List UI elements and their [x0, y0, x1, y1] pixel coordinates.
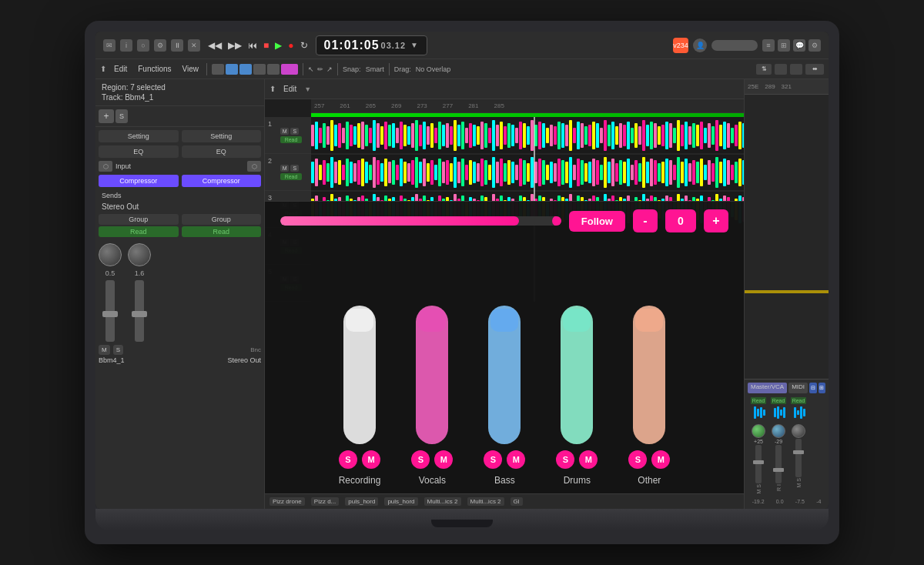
- fader-slider-1[interactable]: [105, 280, 115, 342]
- mini-waveform-1: [752, 405, 765, 423]
- track-1-m[interactable]: M: [280, 128, 290, 135]
- view-mode-icon[interactable]: ⊟: [809, 383, 816, 393]
- cycle-button[interactable]: ↻: [299, 38, 310, 52]
- add-button[interactable]: +: [99, 109, 114, 123]
- s-badge-recording[interactable]: S: [339, 450, 357, 469]
- mini-knob-2[interactable]: [772, 424, 785, 438]
- fader-vocals[interactable]: [416, 306, 448, 444]
- mode-icon-3[interactable]: [239, 64, 252, 75]
- s-button[interactable]: S: [116, 109, 128, 123]
- mini-read-3[interactable]: Read: [791, 397, 807, 404]
- up-arrow-icon[interactable]: ⬆: [270, 85, 276, 93]
- version-badge: v234: [673, 38, 688, 53]
- pan-knob-1[interactable]: [99, 243, 122, 266]
- master-tab[interactable]: Master/VCA: [748, 383, 787, 393]
- arrow-icon[interactable]: ↖: [308, 65, 314, 73]
- track-2-s[interactable]: S: [290, 165, 299, 172]
- mini-read-2[interactable]: Read: [771, 397, 787, 404]
- pan-knob-2[interactable]: [128, 243, 151, 266]
- svg-rect-185: [542, 160, 545, 185]
- m-badge-drums[interactable]: M: [579, 450, 598, 469]
- edit-button[interactable]: Edit: [111, 63, 130, 75]
- svg-rect-236: [738, 159, 742, 186]
- list-view-icon[interactable]: ≡: [762, 39, 775, 52]
- mode-icon-2[interactable]: [226, 64, 238, 75]
- view-button[interactable]: View: [179, 63, 203, 75]
- progress-bar[interactable]: [280, 216, 561, 226]
- cursor-icon[interactable]: ↗: [326, 65, 333, 73]
- time-dropdown-icon[interactable]: ▼: [410, 41, 419, 49]
- s-button-bottom[interactable]: S: [113, 345, 123, 355]
- fader-other[interactable]: [633, 306, 665, 444]
- grid-view-icon[interactable]: ⊞: [778, 39, 790, 52]
- read-2[interactable]: Read: [182, 226, 262, 237]
- share-icon[interactable]: ⚙: [808, 39, 821, 52]
- functions-button[interactable]: Functions: [135, 63, 174, 75]
- track-2-read[interactable]: Read: [280, 173, 303, 180]
- stop-button[interactable]: ■: [262, 38, 270, 52]
- play-button[interactable]: ▶: [273, 38, 283, 52]
- rewind-button[interactable]: ◀◀: [206, 38, 223, 52]
- close-icon[interactable]: ✕: [188, 39, 200, 52]
- volume-slider[interactable]: [711, 40, 758, 51]
- minus-button[interactable]: -: [633, 209, 658, 232]
- s-badge-bass[interactable]: S: [484, 450, 502, 469]
- center-edit-button[interactable]: Edit: [280, 83, 300, 95]
- settings-icon[interactable]: ⚙: [154, 39, 166, 52]
- track-2-m[interactable]: M: [280, 165, 290, 172]
- midi-tab[interactable]: MIDI: [788, 383, 808, 393]
- fader-recording[interactable]: [343, 306, 376, 444]
- compressor-2[interactable]: Compressor: [182, 175, 262, 187]
- m-badge-bass[interactable]: M: [507, 450, 525, 469]
- fader-bass[interactable]: [488, 306, 521, 444]
- mode-icon-6[interactable]: [281, 64, 298, 75]
- prev-button[interactable]: ⏮: [246, 38, 259, 52]
- svg-rect-155: [427, 163, 430, 182]
- m-button[interactable]: M: [99, 345, 110, 355]
- mail-icon[interactable]: ✉: [103, 39, 116, 52]
- pencil-icon[interactable]: ✏: [317, 65, 323, 73]
- m-badge-other[interactable]: M: [651, 450, 670, 469]
- mode-icon-4[interactable]: [253, 64, 266, 75]
- record-button[interactable]: ●: [286, 38, 295, 52]
- follow-button[interactable]: Follow: [569, 211, 625, 232]
- s-badge-drums[interactable]: S: [556, 450, 574, 469]
- track-1-read[interactable]: Read: [280, 136, 303, 143]
- eq-1[interactable]: EQ: [99, 145, 179, 158]
- fader-slider-2[interactable]: [135, 280, 144, 342]
- fast-forward-button[interactable]: ▶▶: [226, 38, 243, 52]
- m-badge-vocals[interactable]: M: [434, 450, 453, 469]
- drag-value[interactable]: No Overlap: [416, 65, 451, 73]
- fader-drums[interactable]: [561, 306, 593, 444]
- svg-rect-173: [496, 162, 499, 183]
- m-badge-recording[interactable]: M: [362, 450, 380, 469]
- mini-fader-1[interactable]: [755, 445, 762, 483]
- eq-2[interactable]: EQ: [182, 145, 262, 158]
- compressor-1[interactable]: Compressor: [99, 175, 179, 187]
- link-icon[interactable]: ⬌: [805, 64, 824, 75]
- s-badge-vocals[interactable]: S: [411, 450, 430, 469]
- clock-icon[interactable]: ○: [137, 39, 149, 52]
- track-1-s[interactable]: S: [290, 128, 299, 135]
- rit3-icon[interactable]: [790, 64, 802, 75]
- snap-value[interactable]: Smart: [366, 65, 384, 73]
- svg-rect-64: [538, 122, 541, 149]
- mini-fader-3[interactable]: [795, 439, 802, 477]
- mini-knob-1[interactable]: [752, 424, 765, 438]
- mini-read-1[interactable]: Read: [751, 397, 767, 404]
- s-badge-other[interactable]: S: [628, 450, 647, 469]
- chat-icon[interactable]: 💬: [793, 39, 805, 52]
- user-icon[interactable]: 👤: [693, 38, 707, 52]
- pause-icon[interactable]: ⏸: [171, 39, 183, 52]
- mode-icon-5[interactable]: [267, 64, 280, 75]
- mode-icon-1[interactable]: [212, 64, 224, 75]
- rit2-icon[interactable]: [775, 64, 787, 75]
- plus-button[interactable]: +: [704, 209, 728, 232]
- mini-knob-3[interactable]: [792, 424, 805, 438]
- info-icon[interactable]: i: [120, 39, 132, 52]
- grid-mode-icon[interactable]: ⊞: [819, 383, 825, 393]
- svg-rect-66: [546, 128, 549, 143]
- mini-fader-2[interactable]: [775, 445, 782, 483]
- transpose-icon[interactable]: ⇅: [756, 64, 772, 75]
- read-1[interactable]: Read: [99, 226, 179, 237]
